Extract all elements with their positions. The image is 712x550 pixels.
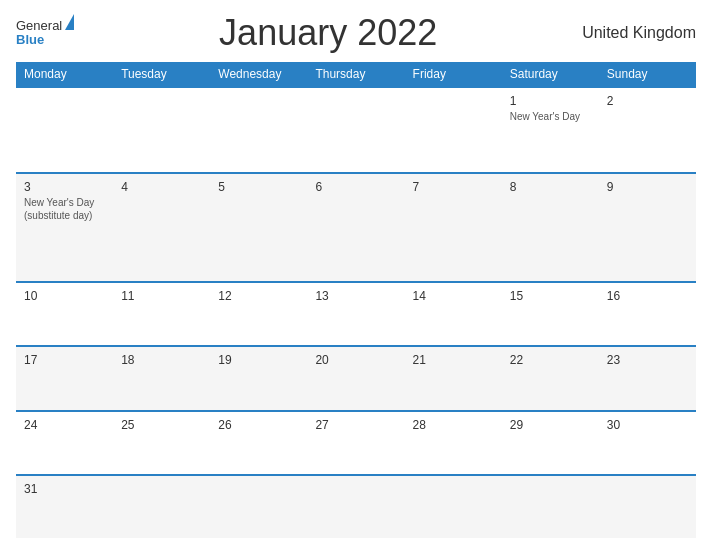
- calendar-cell: 16: [599, 282, 696, 346]
- calendar-week-row: 31: [16, 475, 696, 538]
- day-number: 7: [413, 180, 494, 194]
- day-number: 22: [510, 353, 591, 367]
- calendar-cell: 9: [599, 173, 696, 282]
- calendar-cell: 5: [210, 173, 307, 282]
- day-number: 2: [607, 94, 688, 108]
- day-number: 23: [607, 353, 688, 367]
- day-number: 11: [121, 289, 202, 303]
- day-number: 20: [315, 353, 396, 367]
- col-saturday: Saturday: [502, 62, 599, 87]
- day-number: 4: [121, 180, 202, 194]
- calendar-cell: 10: [16, 282, 113, 346]
- calendar-cell: 15: [502, 282, 599, 346]
- calendar-cell: 14: [405, 282, 502, 346]
- calendar-cell: 12: [210, 282, 307, 346]
- day-number: 10: [24, 289, 105, 303]
- day-number: 21: [413, 353, 494, 367]
- calendar-cell: [599, 475, 696, 538]
- calendar-cell: 21: [405, 346, 502, 410]
- day-number: 8: [510, 180, 591, 194]
- day-number: 5: [218, 180, 299, 194]
- calendar-cell: [16, 87, 113, 173]
- day-number: 16: [607, 289, 688, 303]
- day-number: 15: [510, 289, 591, 303]
- day-number: 18: [121, 353, 202, 367]
- calendar-cell: [307, 475, 404, 538]
- day-number: 19: [218, 353, 299, 367]
- calendar-week-row: 10111213141516: [16, 282, 696, 346]
- calendar-table: Monday Tuesday Wednesday Thursday Friday…: [16, 62, 696, 538]
- calendar-cell: 31: [16, 475, 113, 538]
- day-number: 27: [315, 418, 396, 432]
- calendar-cell: 13: [307, 282, 404, 346]
- calendar-cell: [113, 87, 210, 173]
- holiday-label: New Year's Day: [510, 110, 591, 123]
- day-number: 25: [121, 418, 202, 432]
- calendar-cell: 17: [16, 346, 113, 410]
- day-number: 14: [413, 289, 494, 303]
- col-friday: Friday: [405, 62, 502, 87]
- calendar-cell: [502, 475, 599, 538]
- calendar-cell: 20: [307, 346, 404, 410]
- calendar-cell: [113, 475, 210, 538]
- day-number: 9: [607, 180, 688, 194]
- calendar-cell: 27: [307, 411, 404, 475]
- calendar-cell: 8: [502, 173, 599, 282]
- day-number: 31: [24, 482, 105, 496]
- day-number: 17: [24, 353, 105, 367]
- day-number: 1: [510, 94, 591, 108]
- calendar-week-row: 1New Year's Day2: [16, 87, 696, 173]
- calendar-cell: [210, 475, 307, 538]
- calendar-cell: 1New Year's Day: [502, 87, 599, 173]
- day-number: 24: [24, 418, 105, 432]
- calendar-week-row: 3New Year's Day (substitute day)456789: [16, 173, 696, 282]
- calendar-title: January 2022: [219, 12, 437, 54]
- day-number: 30: [607, 418, 688, 432]
- logo-blue: Blue: [16, 33, 74, 47]
- calendar-cell: 24: [16, 411, 113, 475]
- calendar-cell: 30: [599, 411, 696, 475]
- calendar-cell: 19: [210, 346, 307, 410]
- calendar-cell: 22: [502, 346, 599, 410]
- calendar-cell: [307, 87, 404, 173]
- calendar-cell: 25: [113, 411, 210, 475]
- holiday-label: New Year's Day (substitute day): [24, 196, 105, 222]
- calendar-header-row: Monday Tuesday Wednesday Thursday Friday…: [16, 62, 696, 87]
- logo: General Blue: [16, 19, 74, 48]
- calendar-cell: 18: [113, 346, 210, 410]
- calendar-header: General Blue January 2022 United Kingdom: [16, 12, 696, 54]
- calendar-cell: [405, 87, 502, 173]
- calendar-container: General Blue January 2022 United Kingdom…: [0, 0, 712, 550]
- calendar-cell: 11: [113, 282, 210, 346]
- col-thursday: Thursday: [307, 62, 404, 87]
- col-wednesday: Wednesday: [210, 62, 307, 87]
- col-tuesday: Tuesday: [113, 62, 210, 87]
- calendar-cell: 28: [405, 411, 502, 475]
- calendar-cell: 29: [502, 411, 599, 475]
- day-number: 6: [315, 180, 396, 194]
- logo-general: General: [16, 19, 62, 33]
- calendar-cell: 23: [599, 346, 696, 410]
- day-number: 29: [510, 418, 591, 432]
- calendar-cell: 4: [113, 173, 210, 282]
- calendar-week-row: 24252627282930: [16, 411, 696, 475]
- calendar-country: United Kingdom: [582, 24, 696, 42]
- calendar-cell: 26: [210, 411, 307, 475]
- calendar-cell: 6: [307, 173, 404, 282]
- calendar-week-row: 17181920212223: [16, 346, 696, 410]
- col-sunday: Sunday: [599, 62, 696, 87]
- calendar-cell: 2: [599, 87, 696, 173]
- day-number: 13: [315, 289, 396, 303]
- day-number: 28: [413, 418, 494, 432]
- calendar-cell: 3New Year's Day (substitute day): [16, 173, 113, 282]
- calendar-cell: [405, 475, 502, 538]
- col-monday: Monday: [16, 62, 113, 87]
- calendar-cell: [210, 87, 307, 173]
- day-number: 3: [24, 180, 105, 194]
- day-number: 26: [218, 418, 299, 432]
- calendar-cell: 7: [405, 173, 502, 282]
- day-number: 12: [218, 289, 299, 303]
